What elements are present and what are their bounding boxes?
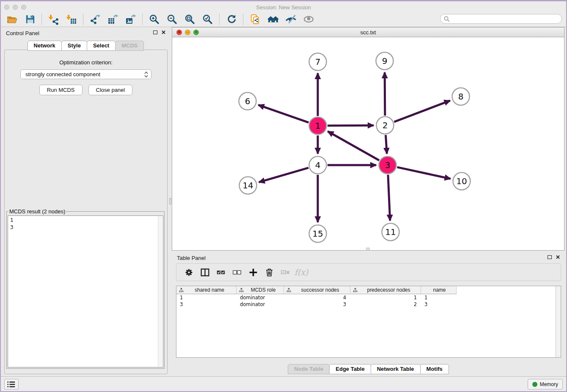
- graph-edge[interactable]: [397, 167, 450, 179]
- tab-node-table[interactable]: Node Table: [288, 364, 330, 374]
- close-panel-button[interactable]: Close panel: [88, 85, 133, 95]
- graph-node[interactable]: 1: [309, 117, 327, 135]
- graph-node[interactable]: 4: [309, 157, 327, 174]
- network-window-titlebar[interactable]: ✕ − + scc.txt: [172, 27, 564, 37]
- graph-edge[interactable]: [258, 105, 308, 123]
- float-panel-icon[interactable]: [548, 255, 552, 259]
- checked-boxes-icon: [216, 267, 226, 277]
- graph-edge[interactable]: [328, 125, 374, 126]
- canvas-resize-grip[interactable]: [366, 248, 370, 250]
- graph-node[interactable]: 3: [379, 157, 396, 174]
- graph-node[interactable]: 6: [239, 93, 256, 110]
- minimize-window-icon[interactable]: [13, 5, 18, 10]
- graph-node-label: 2: [383, 120, 388, 130]
- select-all-rows-button[interactable]: [213, 265, 229, 279]
- tab-style[interactable]: Style: [61, 41, 87, 51]
- show-columns-button[interactable]: [197, 265, 213, 279]
- table-cell: 1: [421, 295, 457, 301]
- close-view-icon[interactable]: ✕: [176, 30, 182, 35]
- table-panel: Table Panel ✕: [172, 252, 564, 377]
- tab-motifs[interactable]: Motifs: [420, 364, 449, 374]
- new-network-from-selection-button[interactable]: [246, 13, 264, 26]
- maximize-view-icon[interactable]: +: [193, 30, 199, 35]
- column-header[interactable]: predecessor nodes: [350, 286, 421, 294]
- column-header[interactable]: shared name: [176, 286, 237, 294]
- delete-column-button[interactable]: [261, 265, 277, 279]
- graph-node[interactable]: 14: [239, 177, 257, 194]
- zoom-selected-icon: [202, 14, 213, 25]
- network-canvas[interactable]: 7968124314101511: [172, 37, 564, 251]
- table-settings-button[interactable]: [181, 265, 197, 279]
- tab-network[interactable]: Network: [28, 41, 62, 51]
- open-session-button[interactable]: [3, 13, 21, 26]
- graph-node[interactable]: 7: [309, 53, 327, 71]
- save-floppy-icon: [25, 14, 36, 25]
- graph-node[interactable]: 2: [377, 117, 394, 134]
- column-header[interactable]: MCDS role: [237, 286, 284, 294]
- network-canvas-svg[interactable]: 7968124314101511: [172, 37, 564, 250]
- graph-node[interactable]: 9: [376, 52, 394, 70]
- graph-node[interactable]: 10: [453, 173, 471, 190]
- graph-edge[interactable]: [385, 135, 387, 154]
- application-window: Session: New Session: [0, 0, 567, 392]
- gear-icon: [184, 268, 194, 277]
- close-panel-icon[interactable]: ✕: [161, 30, 166, 35]
- column-header[interactable]: successor nodes: [284, 286, 350, 294]
- criterion-selected-value: strongly connected component: [25, 71, 144, 77]
- plus-icon: [248, 268, 258, 277]
- minimize-view-icon[interactable]: −: [185, 30, 190, 35]
- refresh-button[interactable]: [223, 13, 240, 26]
- search-input[interactable]: [440, 14, 562, 24]
- import-network-button[interactable]: [45, 13, 63, 26]
- export-network-button[interactable]: [86, 13, 104, 26]
- chevron-up-down-icon: [144, 71, 149, 78]
- divider-grip[interactable]: [169, 198, 171, 204]
- float-panel-icon[interactable]: [153, 30, 157, 34]
- mcds-result-area[interactable]: 1 3: [8, 215, 163, 367]
- table-scrollbar[interactable]: [556, 286, 561, 357]
- zoom-selected-button[interactable]: [199, 13, 217, 26]
- graph-edge[interactable]: [259, 168, 308, 182]
- close-panel-icon[interactable]: ✕: [556, 254, 560, 260]
- export-image-button[interactable]: [122, 13, 140, 26]
- graph-node[interactable]: 11: [382, 224, 399, 241]
- import-table-button[interactable]: [63, 13, 80, 26]
- table-row[interactable]: 1dominator411: [176, 294, 561, 301]
- graph-edge[interactable]: [394, 101, 450, 122]
- save-session-button[interactable]: [21, 13, 39, 26]
- tab-mcds[interactable]: MCDS: [115, 41, 144, 51]
- graph-node-label: 7: [315, 57, 321, 67]
- graph-edge[interactable]: [388, 175, 390, 221]
- toolbar-separator: [41, 14, 42, 25]
- criterion-select[interactable]: strongly connected component: [20, 69, 151, 79]
- tab-select[interactable]: Select: [87, 41, 116, 51]
- result-scrollbar[interactable]: [158, 216, 162, 367]
- graph-node-label: 4: [315, 160, 321, 170]
- fx-icon: f(x): [295, 268, 308, 277]
- traffic-lights-inactive[interactable]: [4, 5, 26, 10]
- houses-button[interactable]: [264, 13, 282, 26]
- zoom-fit-button[interactable]: [181, 13, 199, 26]
- show-details-button[interactable]: [300, 13, 317, 26]
- graph-node[interactable]: 15: [309, 225, 327, 243]
- memory-button[interactable]: Memory: [528, 379, 563, 389]
- list-icon: [7, 381, 16, 388]
- zoom-in-button[interactable]: [146, 13, 163, 26]
- graph-node-label: 9: [382, 56, 388, 66]
- export-table-button[interactable]: [104, 13, 122, 26]
- hide-details-button[interactable]: [282, 13, 300, 26]
- zoom-window-icon[interactable]: [21, 5, 26, 10]
- graph-edge[interactable]: [328, 131, 379, 160]
- tab-edge-table[interactable]: Edge Table: [329, 364, 371, 374]
- deselect-all-rows-button[interactable]: [229, 265, 245, 279]
- task-history-button[interactable]: [4, 379, 19, 389]
- run-mcds-button[interactable]: Run MCDS: [39, 85, 83, 95]
- add-column-button[interactable]: [245, 265, 261, 279]
- close-window-icon[interactable]: [4, 5, 9, 10]
- tab-network-table[interactable]: Network Table: [371, 364, 421, 374]
- table-row[interactable]: 3dominator323: [176, 301, 561, 308]
- zoom-out-button[interactable]: [163, 13, 181, 26]
- graph-node[interactable]: 8: [452, 88, 470, 105]
- column-header[interactable]: name: [421, 286, 457, 294]
- graph-edge[interactable]: [385, 72, 385, 116]
